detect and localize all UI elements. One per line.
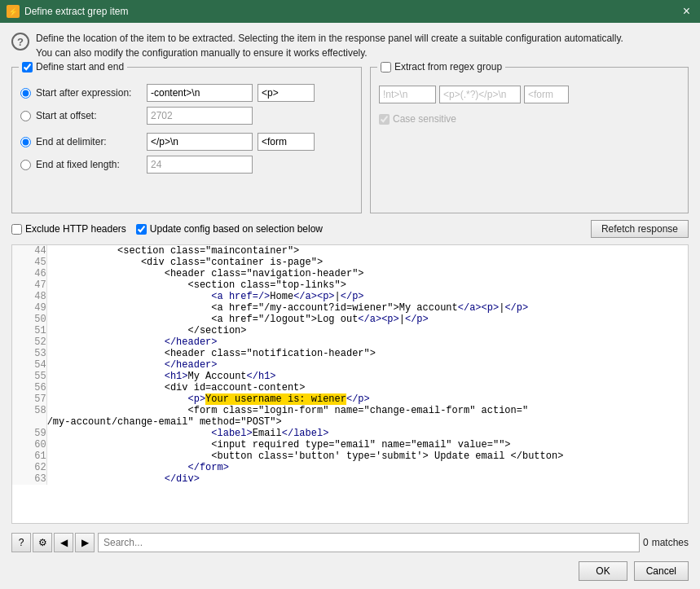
table-row: 59 <label>Email</label>: [12, 428, 688, 439]
bottom-bar: ? ⚙ ◀ ▶ 0 matches: [11, 530, 689, 555]
end-fixed-input[interactable]: [147, 156, 253, 174]
options-bar: Exclude HTTP headers Update config based…: [11, 220, 689, 238]
update-config-checkbox[interactable]: [136, 224, 147, 235]
start-offset-input[interactable]: [147, 107, 253, 125]
table-row: 62 </form>: [12, 462, 688, 473]
refetch-button[interactable]: Refetch response: [591, 220, 689, 238]
line-code: <form class="login-form" name="change-em…: [46, 405, 688, 416]
line-code: <a href=/>Home</a><p>|</p>: [46, 291, 688, 302]
table-row: 55 <h1>My Account</h1>: [12, 371, 688, 382]
line-number: 56: [12, 382, 46, 393]
table-row: 58 <form class="login-form" name="change…: [12, 405, 688, 416]
case-sensitive-row: Case sensitive: [379, 113, 680, 125]
line-code: <a href="/logout">Log out</a><p>|</p>: [46, 314, 688, 325]
panels-row: Define start and end Start after express…: [11, 67, 689, 213]
close-button[interactable]: ×: [680, 4, 693, 19]
line-number: 60: [12, 439, 46, 451]
settings-icon-btn[interactable]: ⚙: [33, 533, 52, 552]
line-number: 63: [12, 473, 46, 485]
table-row: 48 <a href=/>Home</a><p>|</p>: [12, 291, 688, 302]
end-fixed-radio[interactable]: [20, 160, 31, 170]
end-delimiter-row: End at delimiter:: [20, 133, 353, 151]
cancel-button[interactable]: Cancel: [634, 561, 689, 581]
update-config-row: Update config based on selection below: [136, 223, 323, 235]
start-after-input2[interactable]: [258, 84, 315, 102]
start-offset-row: Start at offset:: [20, 107, 353, 125]
regex-input1[interactable]: [379, 86, 436, 103]
matches-count: 0: [643, 537, 649, 548]
line-number: 55: [12, 371, 46, 382]
line-code: <div id=account-content>: [46, 382, 688, 393]
line-code: </form>: [46, 462, 688, 473]
start-after-radio[interactable]: [20, 88, 31, 99]
left-panel: Define start and end Start after express…: [11, 67, 362, 213]
regex-input2[interactable]: [439, 86, 521, 103]
info-text: Define the location of the item to be ex…: [36, 31, 623, 60]
table-row: 52 </header>: [12, 336, 688, 348]
dialog-body: ? Define the location of the item to be …: [0, 23, 700, 589]
info-line1: Define the location of the item to be ex…: [36, 31, 623, 46]
line-code: <input required type="email" name="email…: [46, 439, 688, 451]
table-row: 63 </div>: [12, 473, 688, 485]
table-row: /my-account/change-email" method="POST">: [12, 416, 688, 428]
end-delimiter-input2[interactable]: [258, 133, 315, 151]
line-code: <section class="maincontainer">: [46, 245, 688, 257]
table-row: 57 <p>Your username is: wiener</p>: [12, 393, 688, 405]
code-table: 44 <section class="maincontainer">45 <di…: [12, 245, 688, 485]
table-row: 46 <header class="navigation-header">: [12, 268, 688, 279]
exclude-headers-checkbox[interactable]: [11, 224, 22, 235]
line-number: [12, 416, 46, 428]
define-start-end-checkbox[interactable]: [22, 62, 33, 73]
line-code: </header>: [46, 359, 688, 371]
table-row: 50 <a href="/logout">Log out</a><p>|</p>: [12, 314, 688, 325]
end-delimiter-radio[interactable]: [20, 137, 31, 147]
matches-label: matches: [652, 537, 689, 548]
line-code: /my-account/change-email" method="POST">: [46, 416, 688, 428]
table-row: 61 <button class='button' type='submit'>…: [12, 451, 688, 462]
start-offset-radio[interactable]: [20, 111, 31, 121]
dialog-title: Define extract grep item: [24, 6, 128, 17]
ok-button[interactable]: OK: [579, 561, 627, 581]
table-row: 51 </section>: [12, 325, 688, 336]
line-number: 54: [12, 359, 46, 371]
line-number: 44: [12, 245, 46, 257]
regex-group-checkbox[interactable]: [381, 62, 391, 73]
back-icon-btn[interactable]: ◀: [54, 533, 73, 552]
line-number: 52: [12, 336, 46, 348]
table-row: 47 <section class="top-links">: [12, 279, 688, 291]
right-panel-title: Extract from regex group: [377, 61, 505, 73]
options-left: Exclude HTTP headers Update config based…: [11, 223, 323, 235]
info-line2: You can also modify the configuration ma…: [36, 46, 623, 60]
table-row: 56 <div id=account-content>: [12, 382, 688, 393]
line-number: 61: [12, 451, 46, 462]
start-after-input1[interactable]: [147, 84, 253, 102]
info-icon: ?: [11, 33, 29, 51]
end-fixed-row: End at fixed length:: [20, 156, 353, 174]
case-sensitive-checkbox[interactable]: [379, 114, 390, 125]
table-row: 44 <section class="maincontainer">: [12, 245, 688, 257]
right-panel: Extract from regex group Case sensitive: [370, 67, 689, 213]
start-options: Start after expression: Start at offset:: [20, 84, 353, 125]
code-area[interactable]: 44 <section class="maincontainer">45 <di…: [11, 244, 689, 524]
help-icon-btn[interactable]: ?: [11, 533, 31, 552]
app-icon: ⚡: [7, 5, 20, 18]
search-input[interactable]: [98, 533, 640, 552]
end-delimiter-input1[interactable]: [147, 133, 253, 151]
line-number: 59: [12, 428, 46, 439]
table-row: 49 <a href="/my-account?id=wiener">My ac…: [12, 302, 688, 314]
line-code: <h1>My Account</h1>: [46, 371, 688, 382]
title-bar: ⚡ Define extract grep item ×: [0, 0, 700, 23]
info-row: ? Define the location of the item to be …: [11, 31, 689, 60]
action-bar: OK Cancel: [11, 561, 689, 581]
table-row: 53 <header class="notification-header">: [12, 348, 688, 359]
line-number: 57: [12, 393, 46, 405]
line-code: </div>: [46, 473, 688, 485]
regex-inputs: [379, 86, 680, 103]
exclude-headers-row: Exclude HTTP headers: [11, 223, 126, 235]
regex-input3[interactable]: [524, 86, 569, 103]
forward-icon-btn[interactable]: ▶: [75, 533, 95, 552]
line-code: <a href="/my-account?id=wiener">My accou…: [46, 302, 688, 314]
bottom-icons: ? ⚙ ◀ ▶: [11, 533, 95, 552]
line-number: 53: [12, 348, 46, 359]
line-number: 46: [12, 268, 46, 279]
